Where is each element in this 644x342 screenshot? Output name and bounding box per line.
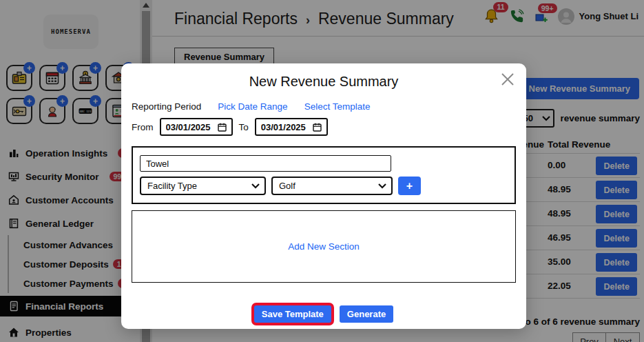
add-section-box: Add New Section	[132, 210, 516, 283]
reporting-period-row: Reporting Period Pick Date Range Select …	[132, 101, 516, 112]
save-template-button[interactable]: Save Template	[254, 305, 331, 323]
pick-date-range-link[interactable]: Pick Date Range	[218, 101, 287, 112]
reporting-period-label: Reporting Period	[132, 101, 201, 112]
add-filter-button[interactable]: +	[398, 177, 421, 195]
app-window: HOMESERVA +	[0, 0, 644, 342]
from-label: From	[132, 122, 154, 132]
filter-type-select[interactable]: Facility Type	[140, 177, 266, 195]
to-date-value[interactable]	[261, 122, 311, 132]
to-date-input[interactable]	[255, 118, 328, 136]
modal-title: New Revenue Summary	[132, 74, 516, 90]
generate-button[interactable]: Generate	[340, 305, 393, 323]
modal-footer: Save Template Generate	[132, 305, 516, 323]
section-name-input[interactable]	[140, 155, 391, 172]
from-date-value[interactable]	[166, 122, 216, 132]
add-new-section-link[interactable]: Add New Section	[288, 241, 360, 252]
new-revenue-summary-modal: New Revenue Summary Reporting Period Pic…	[121, 63, 526, 329]
to-label: To	[239, 122, 249, 132]
calendar-icon	[218, 123, 227, 132]
section-filter-row: Facility Type Golf +	[140, 177, 508, 195]
filter-value-select[interactable]: Golf	[271, 177, 393, 195]
from-date-input[interactable]	[160, 118, 233, 136]
date-range-row: From To	[132, 118, 516, 136]
calendar-icon	[313, 123, 322, 132]
report-section-box: Facility Type Golf +	[132, 146, 516, 204]
close-icon[interactable]	[500, 72, 515, 87]
select-template-link[interactable]: Select Template	[304, 101, 371, 112]
